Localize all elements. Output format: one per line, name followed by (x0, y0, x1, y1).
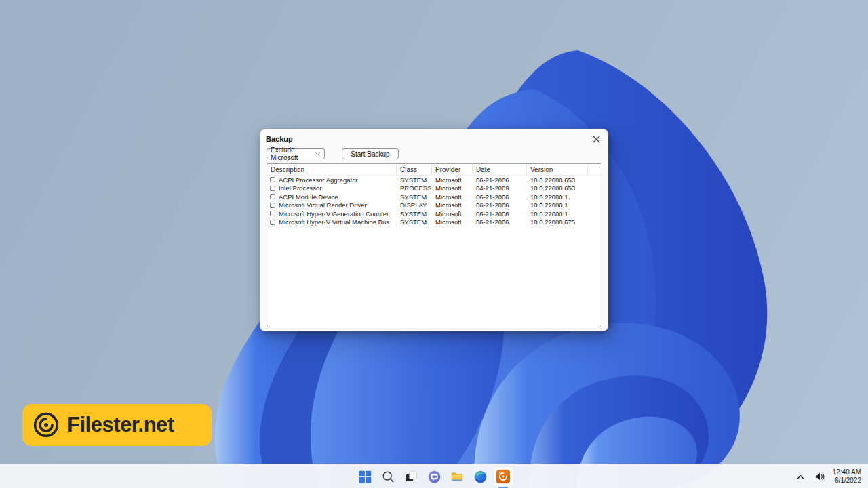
chat-icon (427, 470, 441, 484)
driver-date: 06-21-2006 (473, 201, 527, 209)
driver-date: 06-21-2006 (473, 176, 527, 184)
filter-dropdown[interactable]: Exclude Microsoft (267, 148, 325, 159)
driver-list-header: Description Class Provider Date Version (267, 164, 601, 176)
table-row[interactable]: Microsoft Hyper-V Generation Counter SYS… (267, 209, 601, 218)
driver-provider: Microsoft (432, 201, 473, 209)
driver-version: 10.0.22000.1 (527, 210, 588, 218)
search-icon (381, 470, 395, 484)
table-row[interactable]: ACPI Module Device SYSTEM Microsoft 06-2… (267, 192, 601, 201)
row-checkbox[interactable] (270, 203, 275, 208)
column-header-date[interactable]: Date (473, 164, 527, 175)
edge-button[interactable] (470, 466, 490, 487)
tray-overflow-button[interactable] (795, 470, 807, 483)
table-row[interactable]: Microsoft Hyper-V Virtual Machine Bus SY… (267, 218, 601, 227)
driver-backup-app-button[interactable] (493, 466, 513, 487)
speaker-icon (814, 472, 825, 481)
clock-time: 12:40 AM (833, 468, 861, 476)
file-explorer-button[interactable] (447, 466, 467, 487)
window-title: Backup (266, 135, 293, 143)
task-view-icon (404, 470, 418, 484)
driver-date: 04-21-2009 (473, 184, 527, 192)
column-header-version[interactable]: Version (527, 164, 588, 175)
driver-description: Microsoft Hyper-V Generation Counter (279, 210, 389, 218)
chevron-up-icon (796, 474, 805, 480)
close-icon (593, 136, 600, 143)
window-titlebar[interactable]: Backup (260, 129, 608, 144)
row-checkbox[interactable] (270, 211, 275, 216)
watermark-text: Filester.net (67, 413, 174, 437)
driver-version: 10.0.22000.653 (527, 184, 588, 192)
table-row[interactable]: ACPI Processor Aggregator SYSTEM Microso… (267, 176, 601, 184)
row-checkbox[interactable] (270, 177, 275, 182)
volume-button[interactable] (814, 470, 826, 483)
taskbar-search-button[interactable] (378, 466, 398, 487)
column-header-description[interactable]: Description (267, 164, 397, 175)
driver-description: Microsoft Hyper-V Virtual Machine Bus (279, 218, 389, 226)
driver-description: ACPI Processor Aggregator (279, 176, 358, 184)
column-header-provider[interactable]: Provider (432, 164, 473, 175)
driver-description: Microsoft Virtual Render Driver (279, 201, 367, 209)
driver-description: ACPI Module Device (279, 193, 338, 201)
chat-button[interactable] (424, 466, 444, 487)
driver-provider: Microsoft (432, 176, 473, 184)
driver-class: SYSTEM (397, 176, 432, 184)
driver-class: SYSTEM (397, 193, 432, 201)
edge-icon (473, 470, 488, 484)
driver-class: PROCESS... (397, 184, 432, 192)
driver-date: 06-21-2006 (473, 193, 527, 201)
driver-date: 06-21-2006 (473, 210, 527, 218)
file-explorer-icon (450, 469, 465, 484)
table-row[interactable]: Microsoft Virtual Render Driver DISPLAY … (267, 201, 601, 210)
chevron-down-icon (315, 152, 321, 156)
table-row[interactable]: Intel Processor PROCESS... Microsoft 04-… (267, 184, 601, 193)
driver-version: 10.0.22000.1 (527, 201, 588, 209)
driver-class: SYSTEM (397, 210, 432, 218)
start-button[interactable] (355, 466, 375, 487)
window-toolbar: Exclude Microsoft Start Backup (260, 144, 608, 159)
filter-dropdown-value: Exclude Microsoft (271, 146, 315, 161)
clock-date: 6/1/2022 (833, 476, 861, 485)
column-header-class[interactable]: Class (397, 164, 432, 175)
driver-version: 10.0.22000.653 (527, 176, 588, 184)
row-checkbox[interactable] (270, 186, 275, 191)
driver-provider: Microsoft (432, 184, 473, 192)
task-view-button[interactable] (401, 466, 421, 487)
filester-watermark: Filester.net (22, 404, 212, 446)
driver-provider: Microsoft (432, 193, 473, 201)
row-checkbox[interactable] (270, 220, 275, 225)
start-backup-button[interactable]: Start Backup (342, 148, 399, 159)
windows-start-icon (358, 470, 372, 484)
row-checkbox[interactable] (270, 194, 275, 199)
column-header-spacer (588, 164, 601, 175)
driver-provider: Microsoft (432, 218, 473, 226)
start-backup-label: Start Backup (351, 150, 389, 158)
system-tray: 12:40 AM 6/1/2022 (795, 464, 861, 488)
driver-backup-app-icon (496, 469, 511, 484)
close-button[interactable] (591, 134, 601, 144)
driver-description: Intel Processor (279, 184, 321, 192)
taskbar: 12:40 AM 6/1/2022 (0, 464, 868, 488)
backup-window: Backup Exclude Microsoft Start Backup De… (260, 129, 608, 331)
driver-class: DISPLAY (397, 201, 432, 209)
driver-date: 06-21-2006 (473, 218, 527, 226)
taskbar-center-icons (355, 464, 513, 488)
driver-version: 10.0.22000.1 (527, 193, 588, 201)
filester-logo-icon (33, 411, 60, 439)
driver-class: SYSTEM (397, 218, 432, 226)
driver-version: 10.0.22000.675 (527, 218, 588, 226)
driver-provider: Microsoft (432, 210, 473, 218)
driver-list: Description Class Provider Date Version … (267, 163, 601, 327)
taskbar-clock[interactable]: 12:40 AM 6/1/2022 (833, 468, 861, 485)
